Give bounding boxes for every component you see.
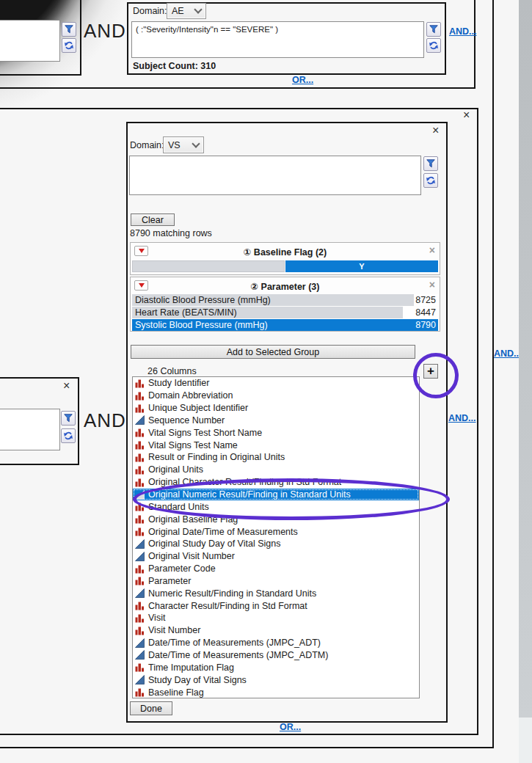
column-list-item[interactable]: Original Visit Number	[133, 550, 419, 563]
column-list-item[interactable]: Result or Finding in Original Units	[133, 451, 419, 464]
column-list-item[interactable]: Study Day of Vital Signs	[133, 673, 419, 686]
filter-icon	[63, 413, 73, 423]
done-button[interactable]: Done	[130, 701, 172, 715]
column-list-item[interactable]: Vital Signs Test Short Name	[133, 426, 419, 439]
column-list-item[interactable]: Original Study Day of Vital Signs	[133, 538, 419, 550]
parameter-row[interactable]: Heart Rate (BEATS/MIN) 8447	[132, 307, 438, 318]
close-icon[interactable]: ×	[429, 280, 435, 290]
column-list-item[interactable]: Study Identifier	[133, 377, 419, 390]
column-list-item[interactable]: Original Baseline Flag	[133, 513, 419, 525]
column-label: Numeric Result/Finding in Standard Units	[148, 588, 316, 599]
column-list-item[interactable]: Date/Time of Measurements (JMPC_ADTM)	[133, 649, 419, 662]
histogram-icon	[135, 613, 145, 623]
and-link-main[interactable]: AND...	[448, 414, 476, 423]
column-label: Character Result/Finding in Std Format	[148, 601, 307, 611]
columns-header-label: 26 Columns	[147, 367, 197, 377]
or-link-top[interactable]: OR...	[292, 76, 313, 85]
column-label: Baseline Flag	[148, 687, 204, 698]
continuous-icon	[135, 415, 145, 425]
and-link-outer[interactable]: AND...	[494, 349, 522, 359]
parameter-rows: Diastolic Blood Pressure (mmHg) 8725 Hea…	[132, 294, 438, 332]
column-label: Parameter Code	[148, 563, 216, 574]
continuous-icon	[135, 490, 145, 500]
histogram-icon	[135, 440, 145, 450]
column-label: Time Imputation Flag	[148, 662, 234, 673]
column-list-item[interactable]: Original Units	[133, 464, 419, 476]
refresh-button-ae[interactable]	[426, 38, 441, 53]
clear-button[interactable]: Clear	[131, 213, 175, 226]
column-list-item[interactable]: Visit Number	[133, 624, 419, 637]
column-list-item[interactable]: Original Character Result/Finding in Std…	[133, 476, 419, 489]
column-list-item[interactable]: Vital Signs Test Name	[133, 439, 419, 451]
column-label: Original Date/Time of Measurements	[148, 527, 298, 537]
filter-expression-input-vs[interactable]	[129, 156, 421, 195]
parameter-row[interactable]: Diastolic Blood Pressure (mmHg) 8725	[132, 294, 438, 306]
vs-expression-text	[130, 156, 420, 159]
column-list-item[interactable]: Original Date/Time of Measurements	[133, 525, 419, 538]
or-link-main[interactable]: OR...	[280, 723, 301, 732]
continuous-icon	[135, 552, 145, 561]
level-bar-segment[interactable]	[132, 260, 285, 272]
column-list-item[interactable]: Original Numeric Result/Finding in Stand…	[133, 489, 419, 501]
column-label: Visit	[148, 613, 165, 623]
refresh-icon	[429, 40, 439, 51]
column-label: Sequence Number	[148, 415, 225, 426]
add-to-selected-group-button[interactable]: Add to Selected Group	[131, 345, 415, 359]
column-list-item[interactable]: Character Result/Finding in Std Format	[133, 599, 419, 612]
filter-button-ae[interactable]	[426, 22, 441, 37]
column-list-item[interactable]: Sequence Number	[133, 415, 419, 427]
column-list-item[interactable]: Standard Units	[133, 500, 419, 513]
refresh-button-vs[interactable]	[423, 173, 438, 188]
parameter-row[interactable]: Systolic Blood Pressure (mmHg) 8790	[132, 319, 438, 331]
close-icon[interactable]: ×	[63, 380, 70, 392]
filter-expression-input-1[interactable]	[0, 20, 60, 62]
filter-builder-screen: AND Domain: AE ( :"Severity/Intensity"n …	[0, 0, 532, 763]
chevron-down-icon	[192, 139, 200, 147]
refresh-button-1[interactable]	[62, 38, 76, 53]
filter-button-vs[interactable]	[423, 156, 438, 171]
column-list-item[interactable]: Date/Time of Measurements (JMPC_ADT)	[133, 637, 419, 649]
scrollbar-thumb[interactable]	[519, 0, 532, 718]
close-icon[interactable]: ×	[429, 245, 435, 255]
column-label: Visit Number	[148, 625, 200, 635]
close-icon[interactable]: ×	[463, 109, 470, 121]
and-link-top[interactable]: AND...	[449, 27, 477, 37]
and-operator-label-top: AND	[84, 21, 126, 40]
histogram-icon	[135, 502, 145, 511]
histogram-icon	[135, 514, 145, 524]
histogram-icon	[135, 478, 145, 487]
column-label: Date/Time of Measurements (JMPC_ADTM)	[148, 650, 328, 660]
column-label: Original Baseline Flag	[148, 514, 238, 525]
domain-label-ae: Domain:	[133, 7, 167, 17]
and-operator-label-main: AND	[84, 411, 126, 430]
filter-expression-input-2[interactable]	[0, 409, 60, 450]
close-icon[interactable]: ×	[432, 125, 439, 136]
histogram-icon	[135, 601, 145, 610]
domain-select-vs[interactable]: VS	[163, 136, 204, 153]
refresh-button-2[interactable]	[61, 428, 76, 443]
column-list-item[interactable]: Domain Abbreviation	[133, 390, 419, 402]
filter-expression-input-ae[interactable]: ( :"Severity/Intensity"n == "SEVERE" )	[131, 21, 424, 58]
column-list-item[interactable]: Visit	[133, 612, 419, 624]
filter-button-1[interactable]	[62, 22, 76, 37]
domain-select-ae[interactable]: AE	[167, 3, 206, 19]
column-list-item[interactable]: Baseline Flag	[133, 686, 419, 698]
column-list-item[interactable]: Numeric Result/Finding in Standard Units	[133, 587, 419, 599]
matching-rows-label: 8790 matching rows	[130, 229, 212, 239]
column-list-item[interactable]: Parameter	[133, 575, 419, 588]
baseline-flag-panel: ① Baseline Flag (2) × Y	[130, 242, 440, 275]
histogram-icon	[135, 576, 145, 585]
column-label: Study Day of Vital Signs	[148, 675, 247, 685]
domain-select-ae-value: AE	[172, 6, 184, 16]
level-bar-segment[interactable]: Y	[285, 260, 438, 272]
column-label: Original Visit Number	[148, 551, 235, 561]
parameter-panel: ② Parameter (3) × Diastolic Blood Pressu…	[130, 277, 440, 332]
add-column-button[interactable]: +	[423, 364, 438, 379]
column-label: Vital Signs Test Name	[148, 440, 238, 450]
column-list-item[interactable]: Parameter Code	[133, 563, 419, 575]
column-list-item[interactable]: Unique Subject Identifier	[133, 402, 419, 415]
filter-button-2[interactable]	[61, 411, 76, 426]
column-list-item[interactable]: Time Imputation Flag	[133, 661, 419, 673]
chevron-down-icon	[194, 5, 202, 13]
domain-label-vs: Domain:	[130, 141, 164, 151]
